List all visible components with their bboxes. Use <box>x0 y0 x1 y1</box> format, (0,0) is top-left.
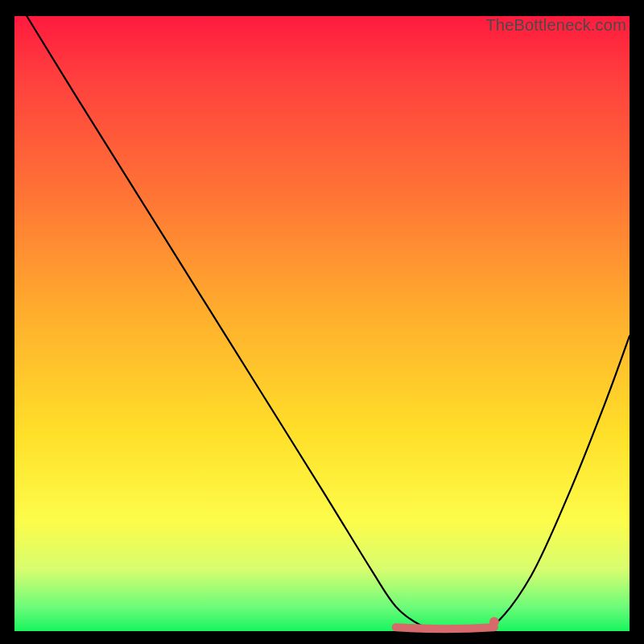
chart-frame: TheBottleneck.com <box>14 16 630 631</box>
bottleneck-curve-path <box>27 16 630 632</box>
bottleneck-curve-overlay <box>14 16 630 631</box>
flat-segment-highlight <box>396 627 494 629</box>
flat-segment-end-dot <box>489 617 499 627</box>
watermark-label: TheBottleneck.com <box>485 16 626 35</box>
